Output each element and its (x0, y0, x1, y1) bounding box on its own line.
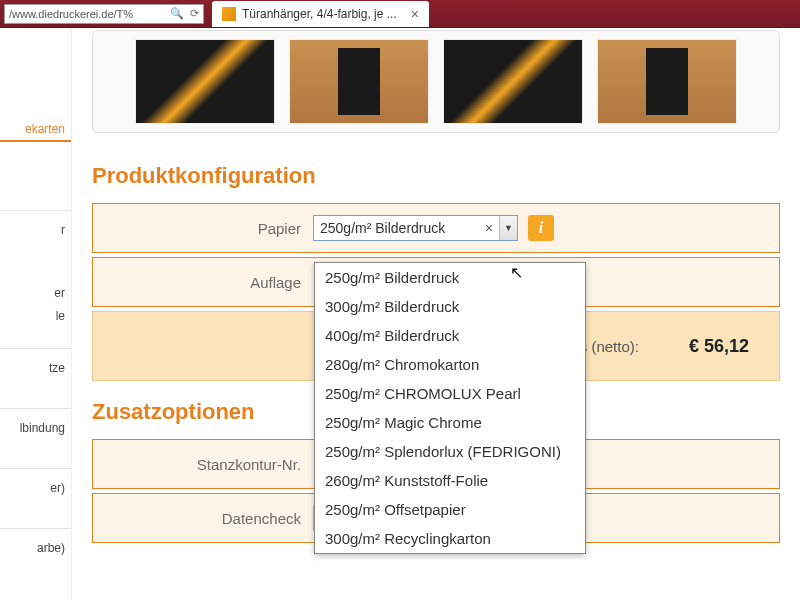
dropdown-option[interactable]: 250g/m² CHROMOLUX Pearl (315, 379, 585, 408)
search-icon[interactable]: 🔍 (170, 7, 184, 20)
thumbnail-strip (92, 30, 780, 133)
url-bar[interactable]: /www.diedruckerei.de/T% 🔍 ⟳ (4, 4, 204, 24)
url-icons: 🔍 ⟳ (170, 7, 199, 20)
chevron-down-icon[interactable]: ▼ (499, 216, 517, 240)
clear-icon[interactable]: × (479, 220, 499, 236)
thumbnail[interactable] (135, 39, 275, 124)
select-papier-value: 250g/m² Bilderdruck (314, 220, 479, 236)
browser-tab[interactable]: Türanhänger, 4/4-farbig, je ... × (212, 1, 429, 27)
thumbnail[interactable] (443, 39, 583, 124)
config-row-papier: Papier 250g/m² Bilderdruck × ▼ i (92, 203, 780, 253)
sidebar-item[interactable]: le (0, 305, 71, 328)
sidebar-item[interactable]: er) (0, 477, 71, 500)
dropdown-option[interactable]: 250g/m² Splendorlux (FEDRIGONI) (315, 437, 585, 466)
browser-chrome: /www.diedruckerei.de/T% 🔍 ⟳ Türanhänger,… (0, 0, 800, 28)
label-stanz: Stanzkontur-Nr. (93, 456, 313, 473)
sidebar-item[interactable]: er (0, 282, 71, 305)
refresh-icon[interactable]: ⟳ (190, 7, 199, 20)
sidebar-item[interactable]: arbe) (0, 537, 71, 560)
dropdown-option[interactable]: 400g/m² Bilderdruck (315, 321, 585, 350)
sidebar: ekarten r er le tze lbindung er) arbe) (0, 28, 72, 600)
price-value: € 56,12 (689, 336, 749, 357)
dropdown-option[interactable]: 250g/m² Bilderdruck (315, 263, 585, 292)
thumbnail[interactable] (597, 39, 737, 124)
thumbnail[interactable] (289, 39, 429, 124)
close-icon[interactable]: × (411, 6, 419, 22)
dropdown-option[interactable]: 300g/m² Bilderdruck (315, 292, 585, 321)
section-heading-config: Produktkonfiguration (92, 163, 780, 189)
sidebar-item[interactable]: ekarten (0, 118, 71, 142)
dropdown-option[interactable]: 250g/m² Magic Chrome (315, 408, 585, 437)
dropdown-option[interactable]: 300g/m² Recyclingkarton (315, 524, 585, 553)
info-icon[interactable]: i (528, 215, 554, 241)
dropdown-papier-options: 250g/m² Bilderdruck 300g/m² Bilderdruck … (314, 262, 586, 554)
sidebar-item[interactable]: lbindung (0, 417, 71, 440)
select-papier[interactable]: 250g/m² Bilderdruck × ▼ (313, 215, 518, 241)
label-papier: Papier (93, 220, 313, 237)
dropdown-option[interactable]: 260g/m² Kunststoff-Folie (315, 466, 585, 495)
sidebar-item[interactable]: r (0, 219, 71, 242)
label-auflage: Auflage (93, 274, 313, 291)
tab-favicon (222, 7, 236, 21)
sidebar-item[interactable]: tze (0, 357, 71, 380)
tab-title: Türanhänger, 4/4-farbig, je ... (242, 7, 397, 21)
label-datencheck: Datencheck (93, 510, 313, 527)
url-text: /www.diedruckerei.de/T% (9, 8, 133, 20)
dropdown-option[interactable]: 280g/m² Chromokarton (315, 350, 585, 379)
dropdown-option[interactable]: 250g/m² Offsetpapier (315, 495, 585, 524)
